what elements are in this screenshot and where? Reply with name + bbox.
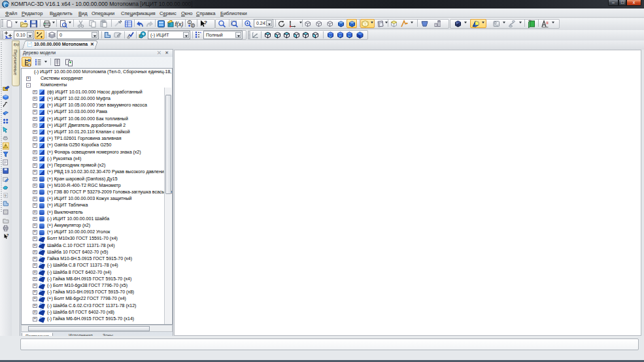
svg-text:f(x): f(x) (175, 21, 184, 27)
svg-text:z: z (339, 34, 341, 38)
svg-text:x: x (348, 34, 350, 38)
svg-text:?: ? (168, 22, 171, 27)
svg-text:1: 1 (189, 20, 191, 24)
svg-text:?: ? (5, 193, 7, 197)
svg-text:8: 8 (192, 24, 194, 27)
svg-text:?: ? (204, 20, 207, 25)
svg-text:?: ? (7, 233, 9, 237)
svg-text:y: y (330, 34, 331, 38)
